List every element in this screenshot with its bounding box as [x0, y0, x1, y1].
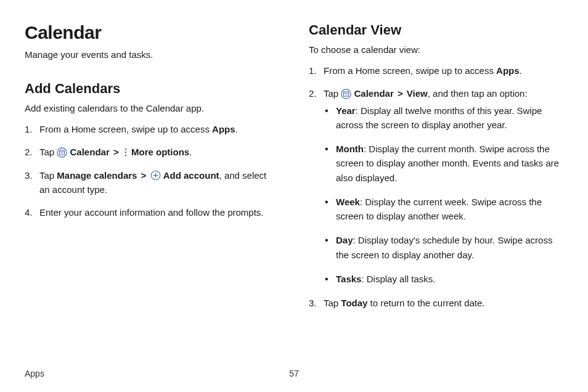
step-text: , and then tap an option:	[428, 88, 528, 99]
section-title-calendar-view: Calendar View	[309, 22, 563, 38]
list-item: From a Home screen, swipe up to access A…	[25, 122, 279, 136]
bold-text: Manage calendars	[57, 170, 137, 181]
bold-text: More options	[131, 147, 189, 157]
bold-text: Apps	[212, 124, 235, 134]
bold-text: View	[407, 88, 428, 99]
bold-text: Add account	[163, 170, 219, 181]
left-column: Calendar Manage your events and tasks. A…	[25, 22, 279, 319]
step-text: From a Home screen, swipe up to access	[39, 124, 212, 134]
tagline: Manage your events and tasks.	[25, 49, 279, 60]
bold-text: Day	[336, 235, 353, 245]
bullet-text: : Display the current week. Swipe across…	[336, 197, 542, 221]
list-item: Tap Manage calendars > Add account, and …	[25, 168, 279, 197]
right-column: Calendar View To choose a calendar view:…	[309, 22, 563, 319]
bold-text: Today	[341, 298, 367, 308]
bold-text: Year	[336, 105, 356, 116]
step-text: Tap	[324, 298, 341, 308]
svg-point-5	[125, 152, 127, 153]
chevron-icon: >	[141, 170, 147, 181]
list-item: Tap 29 Calendar > View, and then tap an …	[309, 86, 563, 286]
step-text: .	[189, 147, 192, 157]
svg-point-6	[125, 155, 127, 157]
list-item: Tap 29 Calendar > More options.	[25, 145, 279, 159]
chevron-icon: >	[113, 147, 119, 157]
bullet-text: : Display all tasks.	[361, 274, 435, 284]
step-text: Tap	[39, 170, 57, 181]
section-title-add-calendars: Add Calendars	[25, 81, 279, 97]
bullet-text: : Display the current month. Swipe acros…	[336, 144, 559, 183]
list-item: Tap Today to return to the current date.	[309, 296, 563, 310]
list-item: From a Home screen, swipe up to access A…	[309, 63, 563, 78]
step-text: Tap	[324, 88, 341, 99]
page-footer: Apps 57	[25, 369, 563, 378]
more-options-icon	[123, 147, 129, 157]
view-options-list: Year: Display all twelve months of this …	[324, 104, 563, 287]
bold-text: Calendar	[354, 88, 394, 99]
step-text: to return to the current date.	[367, 298, 484, 308]
page-number: 57	[289, 369, 299, 378]
footer-breadcrumb: Apps	[25, 369, 44, 378]
list-item: Month: Display the current month. Swipe …	[324, 142, 563, 185]
list-item: Tasks: Display all tasks.	[324, 272, 563, 286]
svg-text:29: 29	[345, 94, 348, 96]
list-item: Day: Display today's schedule by hour. S…	[324, 233, 563, 262]
add-calendars-steps: From a Home screen, swipe up to access A…	[25, 122, 279, 219]
calendar-icon: 29	[57, 147, 67, 158]
bold-text: Week	[336, 197, 360, 207]
section-intro: Add existing calendars to the Calendar a…	[25, 103, 279, 113]
svg-point-4	[125, 149, 127, 150]
list-item: Week: Display the current week. Swipe ac…	[324, 195, 563, 224]
bullet-text: : Display all twelve months of this year…	[336, 105, 542, 130]
step-text: Tap	[39, 147, 57, 157]
step-text: Enter your account information and follo…	[39, 207, 264, 218]
list-item: Year: Display all twelve months of this …	[324, 104, 563, 133]
calendar-icon: 29	[341, 89, 351, 99]
list-item: Enter your account information and follo…	[25, 205, 279, 219]
step-text: .	[235, 124, 238, 134]
svg-text:29: 29	[61, 152, 63, 155]
section-intro: To choose a calendar view:	[309, 44, 563, 55]
chevron-icon: >	[398, 88, 403, 99]
add-icon	[150, 170, 161, 181]
bold-text: Apps	[496, 65, 520, 76]
bullet-text: : Display today's schedule by hour. Swip…	[336, 235, 552, 259]
bold-text: Tasks	[336, 274, 361, 284]
calendar-view-steps: From a Home screen, swipe up to access A…	[309, 63, 563, 310]
bold-text: Month	[336, 144, 364, 154]
step-text: From a Home screen, swipe up to access	[324, 65, 496, 76]
page-title: Calendar	[25, 22, 279, 43]
step-text: .	[520, 65, 522, 76]
bold-text: Calendar	[70, 147, 110, 157]
